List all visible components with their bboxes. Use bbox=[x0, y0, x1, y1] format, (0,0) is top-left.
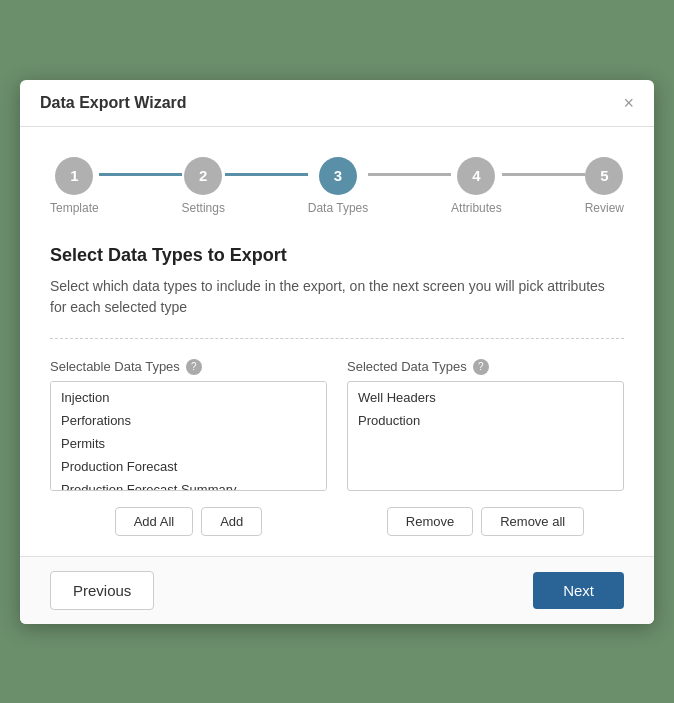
step-1-label: Template bbox=[50, 201, 99, 215]
step-3-label: Data Types bbox=[308, 201, 368, 215]
selected-header: Selected Data Types ? bbox=[347, 359, 624, 375]
step-2-label: Settings bbox=[182, 201, 225, 215]
list-item[interactable]: Production bbox=[348, 409, 623, 432]
step-4-label: Attributes bbox=[451, 201, 502, 215]
selected-list[interactable]: Well Headers Production bbox=[347, 381, 624, 491]
selected-label: Selected Data Types bbox=[347, 359, 467, 374]
stepper: 1 Template 2 Settings 3 Data Types 4 Att… bbox=[50, 157, 624, 215]
selectable-list[interactable]: Injection Perforations Permits Productio… bbox=[50, 381, 327, 491]
section-description: Select which data types to include in th… bbox=[50, 276, 624, 318]
step-2-circle: 2 bbox=[184, 157, 222, 195]
close-button[interactable]: × bbox=[623, 94, 634, 112]
selected-help-icon[interactable]: ? bbox=[473, 359, 489, 375]
selectable-help-icon[interactable]: ? bbox=[186, 359, 202, 375]
section-title: Select Data Types to Export bbox=[50, 245, 624, 266]
actions-area: Add All Add Remove Remove all bbox=[50, 507, 624, 536]
step-5: 5 Review bbox=[585, 157, 624, 215]
selected-col: Selected Data Types ? Well Headers Produ… bbox=[347, 359, 624, 491]
modal-title: Data Export Wizard bbox=[40, 94, 187, 112]
selectable-label: Selectable Data Types bbox=[50, 359, 180, 374]
selectable-col: Selectable Data Types ? Injection Perfor… bbox=[50, 359, 327, 491]
step-3: 3 Data Types bbox=[308, 157, 368, 215]
list-item[interactable]: Production Forecast Summary bbox=[51, 478, 326, 491]
remove-button[interactable]: Remove bbox=[387, 507, 473, 536]
step-3-circle: 3 bbox=[319, 157, 357, 195]
step-5-label: Review bbox=[585, 201, 624, 215]
modal-header: Data Export Wizard × bbox=[20, 80, 654, 127]
connector-3 bbox=[368, 173, 451, 176]
right-actions: Remove Remove all bbox=[347, 507, 624, 536]
remove-all-button[interactable]: Remove all bbox=[481, 507, 584, 536]
step-2: 2 Settings bbox=[182, 157, 225, 215]
step-1-circle: 1 bbox=[55, 157, 93, 195]
connector-1 bbox=[99, 173, 182, 176]
modal-dialog: Data Export Wizard × 1 Template 2 Settin… bbox=[20, 80, 654, 624]
data-types-area: Selectable Data Types ? Injection Perfor… bbox=[50, 359, 624, 491]
list-item[interactable]: Injection bbox=[51, 386, 326, 409]
step-4-circle: 4 bbox=[457, 157, 495, 195]
modal-footer: Previous Next bbox=[20, 556, 654, 624]
divider bbox=[50, 338, 624, 339]
selectable-header: Selectable Data Types ? bbox=[50, 359, 327, 375]
connector-2 bbox=[225, 173, 308, 176]
step-4: 4 Attributes bbox=[451, 157, 502, 215]
previous-button[interactable]: Previous bbox=[50, 571, 154, 610]
list-item[interactable]: Perforations bbox=[51, 409, 326, 432]
list-item[interactable]: Permits bbox=[51, 432, 326, 455]
step-5-circle: 5 bbox=[585, 157, 623, 195]
add-all-button[interactable]: Add All bbox=[115, 507, 193, 536]
list-item[interactable]: Well Headers bbox=[348, 386, 623, 409]
list-item[interactable]: Production Forecast bbox=[51, 455, 326, 478]
step-1: 1 Template bbox=[50, 157, 99, 215]
next-button[interactable]: Next bbox=[533, 572, 624, 609]
add-button[interactable]: Add bbox=[201, 507, 262, 536]
connector-4 bbox=[502, 173, 585, 176]
left-actions: Add All Add bbox=[50, 507, 327, 536]
modal-body: 1 Template 2 Settings 3 Data Types 4 Att… bbox=[20, 127, 654, 556]
